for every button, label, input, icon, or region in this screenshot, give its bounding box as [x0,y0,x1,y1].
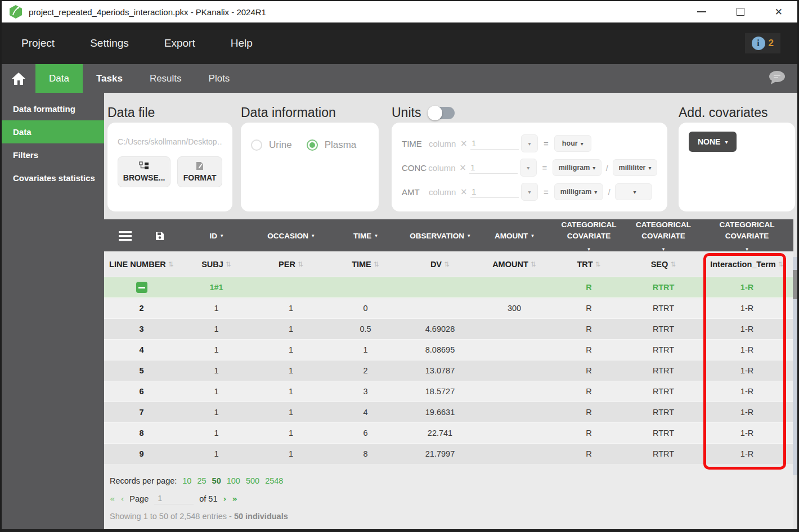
covariates-none-dropdown[interactable]: NONE ▾ [689,132,737,152]
table-row[interactable]: 2110300RRTRT1-R [104,297,793,318]
radio-plasma[interactable]: Plasma [307,139,357,151]
table-row[interactable]: 811622.741RRTRT1-R [104,422,793,443]
format-file-icon [196,161,204,170]
unit-denominator-select[interactable]: milliliter▾ [613,159,657,176]
table-row[interactable]: 711419.6631RRTRT1-R [104,402,793,422]
table-row[interactable]: 611318.5727RRTRT1-R [104,381,793,402]
save-icon[interactable] [155,232,164,241]
table-cell: 1#1 [179,283,254,292]
first-page-button[interactable]: « [110,494,115,503]
unit-factor-input[interactable] [469,161,518,174]
table-row[interactable]: 911821.7997RRTRT1-R [104,443,793,464]
maximize-button[interactable] [737,8,744,16]
column-header-trt[interactable]: TRT⇅ [551,260,626,269]
tab-results[interactable]: Results [136,64,195,93]
menu-item-export[interactable]: Export [164,37,195,49]
unit-column-dropdown[interactable]: ▾ [521,183,538,201]
records-per-page-option-25[interactable]: 25 [197,476,206,485]
unit-factor-input[interactable] [470,137,519,150]
records-per-page-option-500[interactable]: 500 [246,476,259,485]
column-header-amount[interactable]: AMOUNT⇅ [477,260,551,269]
records-per-page-option-50[interactable]: 50 [212,476,221,485]
sidebar: Data formattingDataFiltersCovariates sta… [2,93,104,532]
table-vertical-scrollbar[interactable] [793,257,797,475]
menu-item-help[interactable]: Help [231,37,253,49]
table-cell: 21.7997 [403,449,477,458]
table-cell: RTRT [626,449,701,458]
table-cell: 22.741 [403,429,477,438]
table-cell: 1-R [701,449,793,458]
next-page-button[interactable]: › [223,494,226,503]
sidebar-item-filters[interactable]: Filters [2,143,104,166]
browse-button[interactable]: BROWSE... [118,156,170,187]
table-cell: 5 [104,366,179,375]
table-group-row[interactable]: 1#1RRTRT1-R [104,277,793,297]
unit-column-dropdown[interactable]: ▾ [520,159,537,177]
prev-page-button[interactable]: ‹ [120,494,124,503]
tab-tasks[interactable]: Tasks [83,64,136,93]
records-per-page-option-100[interactable]: 100 [227,476,240,485]
table-menu-icon[interactable] [119,231,132,241]
collapse-group-icon[interactable] [136,282,147,293]
table-row[interactable]: 511213.0787RRTRT1-R [104,360,793,381]
column-type-header[interactable]: CATEGORICAL COVARIATE▾ [626,219,701,253]
home-button[interactable] [2,64,35,93]
table-cell: 1 [179,429,254,438]
column-header-dv[interactable]: DV⇅ [403,260,477,269]
table-cell: 1 [254,387,328,396]
column-header-per[interactable]: PER⇅ [254,260,328,269]
menu-item-project[interactable]: Project [21,37,55,49]
table-cell: 6 [104,387,179,396]
table-cell: 1 [179,366,254,375]
column-header-seq[interactable]: SEQ⇅ [626,260,701,269]
column-type-header[interactable]: ID▾ [179,231,254,242]
radio-urine[interactable]: Urine [251,139,292,151]
unit-select-conc[interactable]: milligram▾ [553,159,602,176]
table-row[interactable]: 3110.54.69028RRTRT1-R [104,318,793,339]
units-toggle[interactable] [429,107,455,119]
table-cell: RTRT [626,429,701,438]
column-type-header[interactable]: CATEGORICAL COVARIATE▾ [701,219,793,253]
notifications-badge[interactable]: i 2 [745,33,780,53]
column-header-subj[interactable]: SUBJ⇅ [179,260,254,269]
records-per-page-option-2548[interactable]: 2548 [265,476,283,485]
tab-plots[interactable]: Plots [195,64,244,93]
unit-select-amt[interactable]: milligram▾ [554,183,604,200]
records-per-page-option-10[interactable]: 10 [182,476,191,485]
column-type-header[interactable]: TIME▾ [328,231,403,242]
unit-denominator-select[interactable]: ▾ [615,183,652,200]
feedback-button[interactable] [768,70,786,88]
tab-data[interactable]: Data [35,64,83,93]
radio-circle-icon [307,139,318,151]
page-input[interactable] [154,493,194,504]
table-cell: 8 [328,449,403,458]
sidebar-item-data-formatting[interactable]: Data formatting [2,97,104,120]
column-type-header[interactable]: AMOUNT▾ [477,231,551,242]
minimize-button[interactable] [697,11,706,12]
radio-circle-icon [251,139,262,151]
sidebar-item-data[interactable]: Data [2,120,104,143]
unit-select-time[interactable]: hour▾ [554,135,591,152]
table-cell: 1-R [701,429,793,438]
column-header-interaction_term[interactable]: Interaction_Term⇅ [701,260,793,269]
column-header-line-number[interactable]: LINE NUMBER⇅ [104,260,179,269]
table-row[interactable]: 41118.08695RRTRT1-R [104,339,793,360]
column-type-header[interactable]: CATEGORICAL COVARIATE▾ [551,219,626,253]
close-button[interactable]: ✕ [775,7,783,17]
column-header-time[interactable]: TIME⇅ [328,260,403,269]
sidebar-item-covariates-statistics[interactable]: Covariates statistics [2,166,104,190]
format-button[interactable]: FORMAT [177,156,222,187]
column-type-header[interactable]: OBSERVATION▾ [403,231,477,242]
menu-item-settings[interactable]: Settings [90,37,129,49]
table-cell: 8 [104,429,179,438]
scrollbar-thumb[interactable] [793,270,797,299]
column-type-header[interactable]: OCCASION▾ [254,231,328,242]
table-cell: 1 [254,324,328,333]
table-cell: 1 [254,304,328,313]
chat-bubble-icon [768,70,786,85]
last-page-button[interactable]: » [232,494,237,503]
unit-factor-input[interactable] [470,186,519,198]
window-title: project_repeated_4periods_interaction.pk… [29,7,266,17]
unit-column-dropdown[interactable]: ▾ [521,134,538,152]
table-cell: 3 [328,387,403,396]
